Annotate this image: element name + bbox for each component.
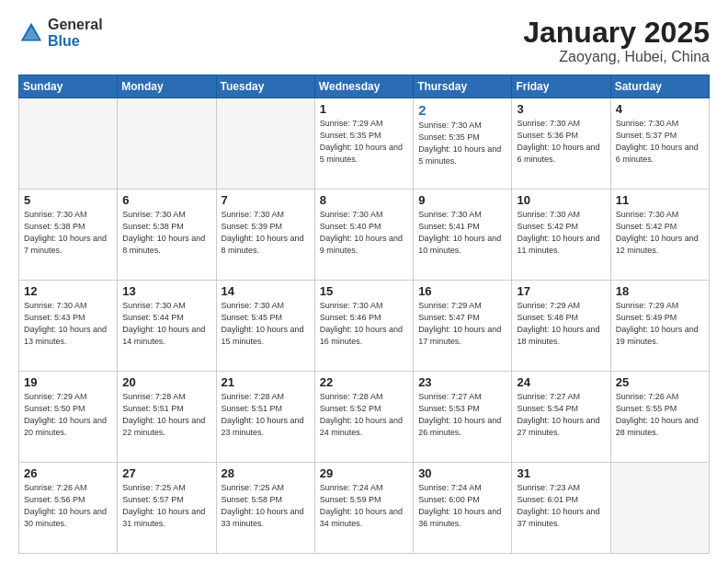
calendar: SundayMondayTuesdayWednesdayThursdayFrid… [18, 75, 710, 554]
day-number: 9 [418, 193, 506, 207]
day-info: Sunrise: 7:30 AMSunset: 5:44 PMDaylight:… [122, 300, 210, 348]
day-number: 20 [122, 375, 210, 389]
day-info: Sunrise: 7:30 AMSunset: 5:46 PMDaylight:… [320, 300, 408, 348]
calendar-cell: 11Sunrise: 7:30 AMSunset: 5:42 PMDayligh… [610, 190, 709, 281]
day-number: 12 [24, 284, 112, 298]
location-title: Zaoyang, Hubei, China [523, 49, 710, 65]
day-number: 22 [320, 375, 408, 389]
day-info: Sunrise: 7:30 AMSunset: 5:45 PMDaylight:… [222, 300, 310, 348]
day-info: Sunrise: 7:30 AMSunset: 5:42 PMDaylight:… [517, 209, 605, 257]
calendar-cell: 5Sunrise: 7:30 AMSunset: 5:38 PMDaylight… [19, 190, 118, 281]
calendar-cell: 30Sunrise: 7:24 AMSunset: 6:00 PMDayligh… [414, 463, 512, 554]
day-info: Sunrise: 7:30 AMSunset: 5:42 PMDaylight:… [616, 209, 704, 257]
weekday-header-monday: Monday [118, 75, 216, 98]
day-number: 19 [24, 375, 112, 389]
weekday-header-wednesday: Wednesday [314, 75, 413, 98]
day-number: 25 [616, 375, 704, 389]
calendar-cell [19, 98, 118, 190]
day-info: Sunrise: 7:29 AMSunset: 5:47 PMDaylight:… [418, 300, 506, 348]
day-number: 29 [320, 466, 408, 480]
day-info: Sunrise: 7:23 AMSunset: 6:01 PMDaylight:… [517, 482, 605, 530]
day-info: Sunrise: 7:30 AMSunset: 5:43 PMDaylight:… [24, 300, 112, 348]
day-number: 15 [320, 284, 408, 298]
calendar-cell: 15Sunrise: 7:30 AMSunset: 5:46 PMDayligh… [314, 281, 413, 372]
weekday-header-friday: Friday [512, 75, 610, 98]
day-info: Sunrise: 7:30 AMSunset: 5:40 PMDaylight:… [320, 209, 408, 257]
day-info: Sunrise: 7:30 AMSunset: 5:36 PMDaylight:… [517, 118, 605, 166]
day-info: Sunrise: 7:25 AMSunset: 5:58 PMDaylight:… [222, 482, 310, 530]
weekday-header-saturday: Saturday [610, 75, 709, 98]
week-row-2: 5Sunrise: 7:30 AMSunset: 5:38 PMDaylight… [19, 190, 710, 281]
day-info: Sunrise: 7:29 AMSunset: 5:50 PMDaylight:… [24, 391, 112, 439]
day-number: 4 [616, 102, 704, 116]
day-info: Sunrise: 7:27 AMSunset: 5:53 PMDaylight:… [418, 391, 506, 439]
day-number: 10 [517, 193, 605, 207]
calendar-cell: 14Sunrise: 7:30 AMSunset: 5:45 PMDayligh… [216, 281, 314, 372]
day-info: Sunrise: 7:28 AMSunset: 5:51 PMDaylight:… [222, 391, 310, 439]
weekday-header-sunday: Sunday [19, 75, 118, 98]
day-number: 11 [616, 193, 704, 207]
calendar-cell: 24Sunrise: 7:27 AMSunset: 5:54 PMDayligh… [512, 372, 610, 463]
day-info: Sunrise: 7:24 AMSunset: 6:00 PMDaylight:… [418, 482, 506, 530]
day-number: 2 [418, 102, 506, 118]
week-row-3: 12Sunrise: 7:30 AMSunset: 5:43 PMDayligh… [19, 281, 710, 372]
calendar-cell: 25Sunrise: 7:26 AMSunset: 5:55 PMDayligh… [610, 372, 709, 463]
calendar-cell: 22Sunrise: 7:28 AMSunset: 5:52 PMDayligh… [314, 372, 413, 463]
day-number: 31 [517, 466, 605, 480]
day-number: 14 [222, 284, 310, 298]
day-info: Sunrise: 7:28 AMSunset: 5:51 PMDaylight:… [122, 391, 210, 439]
day-info: Sunrise: 7:27 AMSunset: 5:54 PMDaylight:… [517, 391, 605, 439]
day-info: Sunrise: 7:24 AMSunset: 5:59 PMDaylight:… [320, 482, 408, 530]
day-number: 21 [222, 375, 310, 389]
calendar-cell [610, 463, 709, 554]
day-number: 26 [24, 466, 112, 480]
calendar-cell: 9Sunrise: 7:30 AMSunset: 5:41 PMDaylight… [414, 190, 512, 281]
week-row-1: 1Sunrise: 7:29 AMSunset: 5:35 PMDaylight… [19, 98, 710, 190]
month-title: January 2025 [523, 17, 710, 49]
calendar-cell: 17Sunrise: 7:29 AMSunset: 5:48 PMDayligh… [512, 281, 610, 372]
calendar-cell: 16Sunrise: 7:29 AMSunset: 5:47 PMDayligh… [414, 281, 512, 372]
calendar-cell: 4Sunrise: 7:30 AMSunset: 5:37 PMDaylight… [610, 98, 709, 190]
calendar-cell: 7Sunrise: 7:30 AMSunset: 5:39 PMDaylight… [216, 190, 314, 281]
day-info: Sunrise: 7:25 AMSunset: 5:57 PMDaylight:… [122, 482, 210, 530]
calendar-cell: 6Sunrise: 7:30 AMSunset: 5:38 PMDaylight… [118, 190, 216, 281]
calendar-cell: 2Sunrise: 7:30 AMSunset: 5:35 PMDaylight… [414, 98, 512, 190]
logo-blue: Blue [48, 33, 103, 50]
calendar-cell [118, 98, 216, 190]
day-info: Sunrise: 7:30 AMSunset: 5:35 PMDaylight:… [418, 120, 506, 167]
logo-text: General Blue [48, 17, 103, 49]
day-info: Sunrise: 7:29 AMSunset: 5:48 PMDaylight:… [517, 300, 605, 348]
calendar-cell: 19Sunrise: 7:29 AMSunset: 5:50 PMDayligh… [19, 372, 118, 463]
calendar-cell: 18Sunrise: 7:29 AMSunset: 5:49 PMDayligh… [610, 281, 709, 372]
logo: General Blue [18, 17, 103, 49]
day-info: Sunrise: 7:29 AMSunset: 5:49 PMDaylight:… [616, 300, 704, 348]
calendar-cell: 10Sunrise: 7:30 AMSunset: 5:42 PMDayligh… [512, 190, 610, 281]
calendar-cell: 1Sunrise: 7:29 AMSunset: 5:35 PMDaylight… [314, 98, 413, 190]
day-number: 6 [122, 193, 210, 207]
calendar-cell: 31Sunrise: 7:23 AMSunset: 6:01 PMDayligh… [512, 463, 610, 554]
calendar-cell: 21Sunrise: 7:28 AMSunset: 5:51 PMDayligh… [216, 372, 314, 463]
day-number: 8 [320, 193, 408, 207]
logo-general: General [48, 17, 103, 33]
day-info: Sunrise: 7:30 AMSunset: 5:41 PMDaylight:… [418, 209, 506, 257]
day-number: 1 [320, 102, 408, 116]
logo-icon [18, 20, 44, 46]
day-number: 3 [517, 102, 605, 116]
calendar-cell: 8Sunrise: 7:30 AMSunset: 5:40 PMDaylight… [314, 190, 413, 281]
day-info: Sunrise: 7:26 AMSunset: 5:56 PMDaylight:… [24, 482, 112, 530]
page: General Blue January 2025 Zaoyang, Hubei… [0, 0, 728, 563]
day-number: 18 [616, 284, 704, 298]
day-number: 28 [222, 466, 310, 480]
calendar-cell: 23Sunrise: 7:27 AMSunset: 5:53 PMDayligh… [414, 372, 512, 463]
day-info: Sunrise: 7:28 AMSunset: 5:52 PMDaylight:… [320, 391, 408, 439]
week-row-4: 19Sunrise: 7:29 AMSunset: 5:50 PMDayligh… [19, 372, 710, 463]
weekday-header-row: SundayMondayTuesdayWednesdayThursdayFrid… [19, 75, 710, 98]
weekday-header-thursday: Thursday [414, 75, 512, 98]
week-row-5: 26Sunrise: 7:26 AMSunset: 5:56 PMDayligh… [19, 463, 710, 554]
calendar-cell: 13Sunrise: 7:30 AMSunset: 5:44 PMDayligh… [118, 281, 216, 372]
calendar-cell: 12Sunrise: 7:30 AMSunset: 5:43 PMDayligh… [19, 281, 118, 372]
calendar-cell [216, 98, 314, 190]
day-info: Sunrise: 7:30 AMSunset: 5:37 PMDaylight:… [616, 118, 704, 166]
day-number: 23 [418, 375, 506, 389]
weekday-header-tuesday: Tuesday [216, 75, 314, 98]
